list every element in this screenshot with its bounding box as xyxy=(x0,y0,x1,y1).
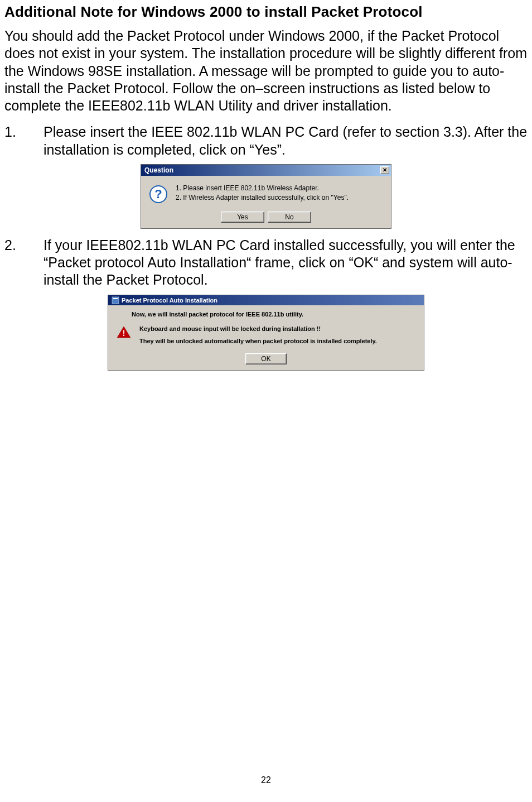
question-line-2: 2. If Wireless Adapter installed success… xyxy=(176,193,349,203)
packet-protocol-dialog: Packet Protocol Auto Installation Now, w… xyxy=(108,295,424,371)
packet-protocol-line-2: Keyboard and mouse input will be locked … xyxy=(139,325,377,332)
question-line-1: 1. Please insert IEEE 802.11b Wireless A… xyxy=(176,184,349,193)
question-dialog-title: Question xyxy=(144,166,173,174)
question-icon: ? xyxy=(149,185,168,204)
question-dialog-titlebar: Question ✕ xyxy=(141,165,391,176)
step-2: 2. If your IEEE802.11b WLAN PC Card inst… xyxy=(4,237,528,289)
step-1-text: Please insert the IEEE 802.11b WLAN PC C… xyxy=(43,123,528,159)
app-icon xyxy=(112,296,119,304)
step-2-text: If your IEEE802.11b WLAN PC Card install… xyxy=(43,237,528,289)
packet-protocol-line-1: Now, we will install packet protocol for… xyxy=(132,311,416,318)
packet-protocol-titlebar: Packet Protocol Auto Installation xyxy=(108,295,424,305)
question-dialog-text: 1. Please insert IEEE 802.11b Wireless A… xyxy=(176,184,349,204)
page-number: 22 xyxy=(261,775,271,785)
packet-protocol-line-3: They will be unlocked automatically when… xyxy=(139,338,377,344)
svg-rect-3 xyxy=(113,298,118,299)
svg-rect-2 xyxy=(112,297,119,304)
step-1-number: 1. xyxy=(4,123,43,159)
packet-protocol-title: Packet Protocol Auto Installation xyxy=(122,297,217,304)
question-dialog: Question ✕ ? 1. Please insert IEEE 802.1… xyxy=(141,164,391,229)
close-button[interactable]: ✕ xyxy=(380,166,389,174)
ok-button[interactable]: OK xyxy=(245,353,287,364)
step-2-number: 2. xyxy=(4,237,43,289)
intro-paragraph: You should add the Packet Protocol under… xyxy=(4,27,528,114)
warning-icon: ! xyxy=(116,325,132,339)
svg-text:?: ? xyxy=(154,187,162,201)
page-heading: Additional Note for Windows 2000 to inst… xyxy=(4,3,528,21)
step-1: 1. Please insert the IEEE 802.11b WLAN P… xyxy=(4,123,528,159)
yes-button[interactable]: Yes xyxy=(221,212,264,223)
svg-text:!: ! xyxy=(123,329,125,338)
no-button[interactable]: No xyxy=(268,212,311,223)
